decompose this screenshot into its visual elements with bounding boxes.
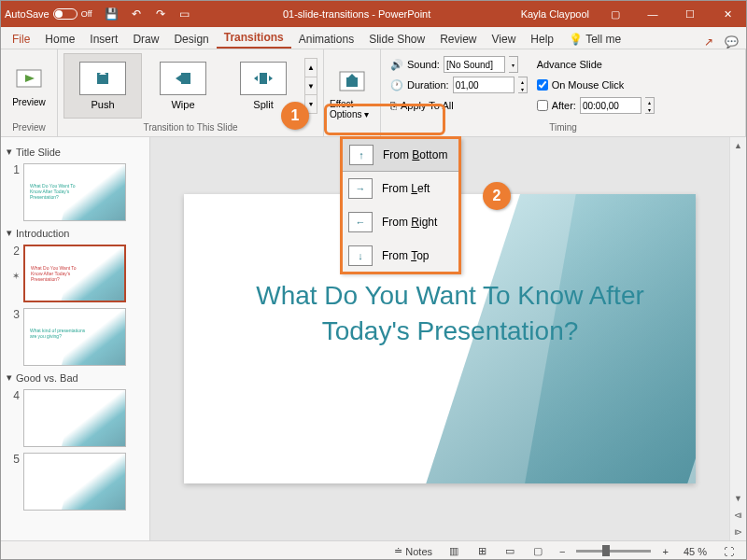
redo-icon[interactable]: ↷: [150, 4, 171, 24]
after-spinner[interactable]: ▴▾: [645, 97, 655, 114]
thumb-row-4[interactable]: 4: [5, 386, 146, 450]
menu-from-top[interactable]: ↓ From Top: [341, 239, 460, 273]
split-icon: [240, 62, 287, 95]
menu-from-bottom[interactable]: ↑ From Bottom: [341, 138, 460, 172]
after-input[interactable]: [580, 97, 641, 114]
tab-animations[interactable]: Animations: [291, 30, 361, 49]
quick-access-toolbar: 💾 ↶ ↷ ▭: [96, 4, 201, 24]
thumbnail-4[interactable]: [23, 389, 126, 447]
section-title-slide[interactable]: ▾ Title Slide: [5, 143, 146, 161]
duration-label: Duration:: [407, 79, 449, 91]
duration-input[interactable]: [453, 77, 514, 93]
duration-spinner[interactable]: ▴▾: [518, 77, 528, 93]
file-tab[interactable]: File: [5, 30, 37, 49]
start-presentation-icon[interactable]: ▭: [175, 4, 195, 24]
thumbnail-5[interactable]: [23, 453, 126, 511]
svg-rect-10: [346, 77, 358, 87]
thumbnail-1[interactable]: What Do You Want To Know After Today's P…: [23, 163, 126, 221]
thumbnail-2[interactable]: What Do You Want To Know After Today's P…: [23, 245, 126, 302]
scroll-up-icon[interactable]: ▲: [730, 137, 746, 154]
ribbon-options-icon[interactable]: ▢: [597, 1, 634, 27]
menu-from-left[interactable]: → From Left: [341, 172, 460, 205]
sound-label: Sound:: [407, 59, 440, 70]
duration-icon: 🕐: [390, 79, 403, 91]
tab-view[interactable]: View: [485, 30, 524, 49]
section-introduction[interactable]: ▾ Introduction: [5, 224, 146, 242]
sound-select[interactable]: [444, 56, 505, 73]
comments-icon[interactable]: 💬: [720, 35, 742, 49]
thumbnail-pane[interactable]: ▾ Title Slide 1 What Do You Want To Know…: [1, 137, 150, 540]
prev-slide-icon[interactable]: ⧏: [730, 507, 746, 524]
user-name[interactable]: Kayla Claypool: [514, 8, 597, 20]
thumb-row-1[interactable]: 1 What Do You Want To Know After Today's…: [5, 161, 146, 224]
statusbar: ≐ Notes ▥ ⊞ ▭ ▢ − + 45 % ⛶: [1, 540, 746, 560]
thumb-row-5[interactable]: 5: [5, 450, 146, 513]
preview-button[interactable]: Preview: [7, 53, 51, 119]
transition-indicator-icon: ✶: [12, 271, 20, 281]
menu-label: From Left: [382, 182, 430, 195]
tab-review[interactable]: Review: [432, 30, 484, 49]
on-mouse-click-label: On Mouse Click: [552, 79, 625, 91]
scroll-track[interactable]: [730, 154, 746, 490]
close-icon[interactable]: ✕: [709, 1, 746, 27]
play-icon: [14, 65, 44, 95]
scroll-down-icon[interactable]: ▼: [730, 490, 746, 507]
transition-wipe-label: Wipe: [171, 99, 194, 110]
tell-me[interactable]: 💡 Tell me: [561, 30, 628, 49]
maximize-icon[interactable]: ☐: [671, 1, 709, 27]
advance-slide-label: Advance Slide: [537, 59, 602, 70]
push-icon: [79, 62, 126, 95]
next-slide-icon[interactable]: ⧐: [730, 524, 746, 540]
from-top-icon: ↓: [348, 245, 373, 266]
group-preview: Preview Preview: [1, 49, 58, 136]
zoom-slider[interactable]: [576, 550, 651, 553]
view-reading-icon[interactable]: ▭: [500, 543, 520, 560]
effect-options-icon: [337, 67, 367, 97]
zoom-level[interactable]: 45 %: [680, 546, 711, 557]
slide-title-text[interactable]: What Do You Want To Know After Today's P…: [249, 278, 651, 349]
gallery-scroll[interactable]: ▲ ▼ ▾: [304, 58, 317, 114]
after-checkbox[interactable]: [537, 100, 548, 111]
view-sorter-icon[interactable]: ⊞: [472, 543, 492, 560]
undo-icon[interactable]: ↶: [126, 4, 147, 24]
minimize-icon[interactable]: —: [634, 1, 671, 27]
from-right-icon: ←: [348, 212, 373, 232]
tab-slide-show[interactable]: Slide Show: [361, 30, 432, 49]
view-slideshow-icon[interactable]: ▢: [528, 543, 548, 560]
section-good-vs-bad[interactable]: ▾ Good vs. Bad: [5, 369, 146, 386]
menu-from-right[interactable]: ← From Right: [341, 205, 460, 239]
slide-number: 5: [7, 453, 20, 466]
zoom-in-button[interactable]: +: [658, 546, 671, 557]
zoom-thumb[interactable]: [602, 545, 610, 556]
preview-label: Preview: [12, 97, 46, 107]
thumbnail-3[interactable]: What kind of presentations are you givin…: [23, 308, 126, 366]
thumb-row-3[interactable]: 3 What kind of presentations are you giv…: [5, 305, 146, 369]
autosave-toggle[interactable]: AutoSave Off: [1, 8, 96, 20]
transition-wipe[interactable]: Wipe: [144, 53, 222, 119]
save-icon[interactable]: 💾: [102, 4, 122, 24]
from-bottom-icon: ↑: [349, 145, 374, 165]
notes-button[interactable]: ≐ Notes: [390, 545, 436, 557]
fit-to-window-icon[interactable]: ⛶: [718, 543, 739, 560]
tab-help[interactable]: Help: [523, 30, 561, 49]
on-mouse-click-checkbox[interactable]: [537, 79, 548, 91]
menu-label: From Top: [382, 249, 429, 262]
svg-marker-5: [176, 75, 181, 82]
view-normal-icon[interactable]: ▥: [444, 543, 464, 560]
tab-transitions[interactable]: Transitions: [217, 28, 291, 49]
transition-push[interactable]: Push: [63, 53, 142, 119]
zoom-out-button[interactable]: −: [556, 546, 569, 557]
wipe-icon: [160, 62, 206, 95]
share-icon[interactable]: ↗: [698, 35, 720, 49]
annotation-highlight-1: [324, 104, 445, 135]
sound-dropdown-icon[interactable]: ▾: [509, 56, 518, 73]
tab-insert[interactable]: Insert: [82, 30, 125, 49]
thumb-row-2[interactable]: 2✶ What Do You Want To Know After Today'…: [5, 242, 146, 305]
transition-split-label: Split: [253, 99, 273, 110]
vertical-scrollbar[interactable]: ▲ ▼ ⧏ ⧐: [729, 137, 746, 540]
tab-design[interactable]: Design: [166, 30, 216, 49]
tab-draw[interactable]: Draw: [125, 30, 166, 49]
group-transition-label: Transition to This Slide: [63, 120, 317, 134]
tab-home[interactable]: Home: [37, 30, 82, 49]
timing-right-col: Advance Slide On Mouse Click After: ▴▾: [533, 53, 658, 117]
